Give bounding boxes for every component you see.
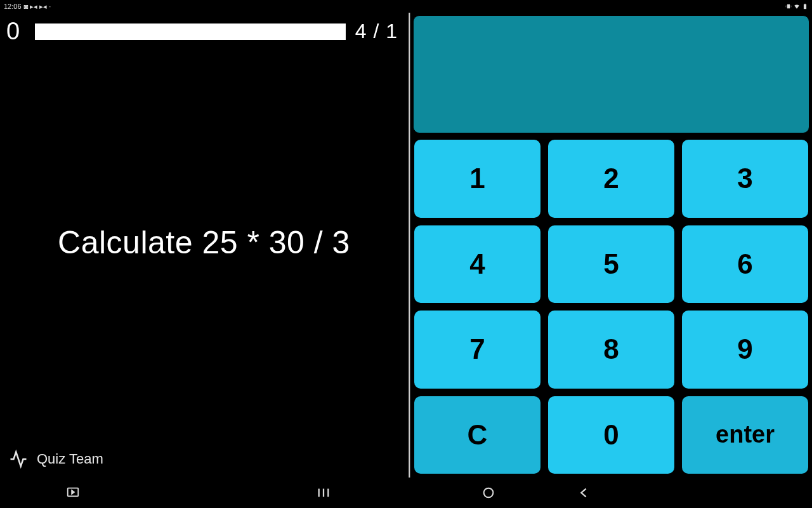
team-label: Quiz Team xyxy=(37,451,103,467)
vibrate-icon xyxy=(785,3,792,10)
svg-rect-1 xyxy=(804,4,806,4)
keypad-display xyxy=(413,15,809,133)
keypad: 1 2 3 4 5 6 7 8 9 C 0 enter xyxy=(413,138,809,475)
key-8[interactable]: 8 xyxy=(547,309,676,390)
key-0[interactable]: 0 xyxy=(547,395,676,476)
nav-home-button[interactable] xyxy=(476,480,501,505)
battery-icon xyxy=(802,3,808,10)
team-footer: Quiz Team xyxy=(9,450,103,469)
status-system-icons xyxy=(785,3,808,10)
keypad-panel: 1 2 3 4 5 6 7 8 9 C 0 enter xyxy=(410,13,812,478)
svg-rect-0 xyxy=(804,4,806,10)
nav-recents-button[interactable] xyxy=(311,480,336,505)
wifi-icon xyxy=(794,3,800,10)
key-2[interactable]: 2 xyxy=(547,138,676,219)
key-5[interactable]: 5 xyxy=(547,224,676,305)
android-nav-bar xyxy=(0,478,812,508)
key-enter[interactable]: enter xyxy=(681,395,809,476)
nav-back-button[interactable] xyxy=(571,480,596,505)
question-text: Calculate 25 * 30 / 3 xyxy=(58,224,350,261)
activity-icon xyxy=(9,450,28,469)
question-panel: 0 4 / 1 Calculate 25 * 30 / 3 Quiz Team xyxy=(0,13,408,478)
key-7[interactable]: 7 xyxy=(413,309,542,390)
key-3[interactable]: 3 xyxy=(681,138,809,219)
key-4[interactable]: 4 xyxy=(413,224,542,305)
key-6[interactable]: 6 xyxy=(681,224,809,305)
svg-point-6 xyxy=(484,488,494,498)
key-1[interactable]: 1 xyxy=(413,138,542,219)
key-9[interactable]: 9 xyxy=(681,309,809,390)
nav-screenshot-button[interactable] xyxy=(60,480,86,505)
key-clear[interactable]: C xyxy=(413,395,542,476)
